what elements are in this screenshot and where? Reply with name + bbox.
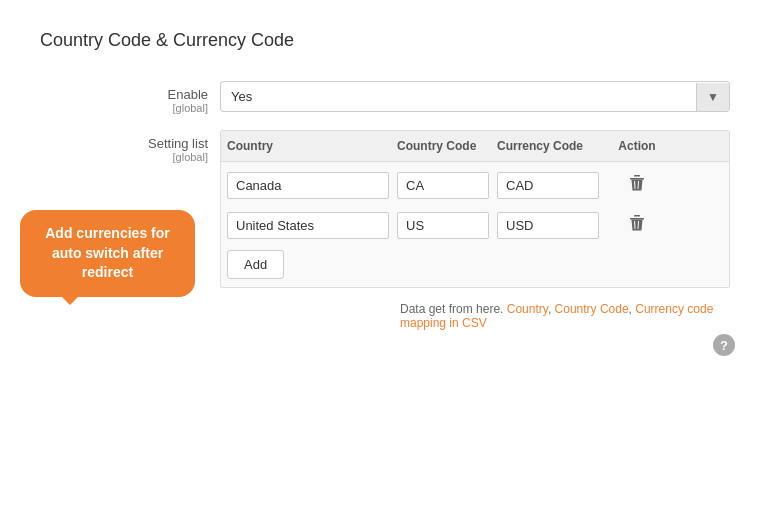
help-icon[interactable]: ? <box>713 334 735 356</box>
enable-label: Enable [global] <box>40 81 220 114</box>
page-container: Country Code & Currency Code Enable [glo… <box>0 0 765 376</box>
trash-icon-1 <box>629 174 645 192</box>
th-action: Action <box>607 139 667 153</box>
country-code-input-1[interactable] <box>397 172 489 199</box>
setting-table: Country Country Code Currency Code Actio… <box>220 130 730 288</box>
th-currency-code: Currency Code <box>497 139 607 153</box>
setting-list-control: Country Country Code Currency Code Actio… <box>220 130 730 330</box>
table-body: Add <box>221 162 729 287</box>
currency-code-input-1[interactable] <box>497 172 599 199</box>
trash-icon-2 <box>629 214 645 232</box>
tooltip-bubble: Add currencies for auto switch after red… <box>20 210 195 297</box>
th-country: Country <box>227 139 397 153</box>
footer-link-country[interactable]: Country <box>507 302 548 316</box>
cell-country-code-1 <box>397 172 497 199</box>
table-row <box>227 170 723 200</box>
cell-action-2 <box>607 210 667 240</box>
th-country-code: Country Code <box>397 139 497 153</box>
cell-action-1 <box>607 170 667 200</box>
setting-list-label: Setting list [global] <box>40 130 220 163</box>
cell-country-code-2 <box>397 212 497 239</box>
delete-button-2[interactable] <box>625 210 649 240</box>
delete-button-1[interactable] <box>625 170 649 200</box>
country-code-input-2[interactable] <box>397 212 489 239</box>
country-input-2[interactable] <box>227 212 389 239</box>
svg-rect-3 <box>634 215 640 217</box>
enable-select[interactable]: Yes No <box>221 82 696 111</box>
svg-rect-0 <box>630 178 644 180</box>
enable-row: Enable [global] Yes No ▼ <box>40 81 725 114</box>
add-button[interactable]: Add <box>227 250 284 279</box>
select-arrow-icon[interactable]: ▼ <box>696 83 729 111</box>
svg-rect-1 <box>634 175 640 177</box>
table-row <box>227 210 723 240</box>
enable-control-wrap: Yes No ▼ <box>220 81 730 112</box>
country-input-1[interactable] <box>227 172 389 199</box>
cell-country-2 <box>227 212 397 239</box>
enable-select-wrap: Yes No ▼ <box>220 81 730 112</box>
svg-rect-2 <box>630 218 644 220</box>
currency-code-input-2[interactable] <box>497 212 599 239</box>
cell-currency-code-1 <box>497 172 607 199</box>
cell-currency-code-2 <box>497 212 607 239</box>
footer-link-country-code[interactable]: Country Code <box>555 302 629 316</box>
cell-country-1 <box>227 172 397 199</box>
table-header: Country Country Code Currency Code Actio… <box>221 131 729 162</box>
page-title: Country Code & Currency Code <box>40 30 725 51</box>
footer-text: Data get from here. Country, Country Cod… <box>400 302 730 330</box>
